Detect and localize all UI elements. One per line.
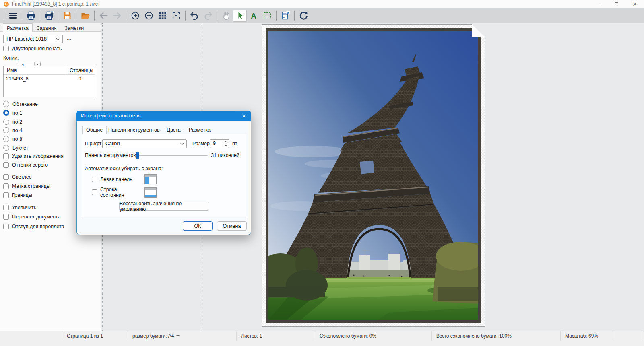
cursor-button[interactable] bbox=[233, 10, 247, 22]
toolbar-size-slider-thumb[interactable] bbox=[136, 152, 139, 159]
tab-Заметки[interactable]: Заметки bbox=[60, 23, 88, 32]
toolbar-separator bbox=[40, 11, 40, 21]
text-button[interactable]: A bbox=[247, 10, 260, 22]
left-panel-checkbox[interactable] bbox=[92, 177, 97, 182]
job-name: 219493_8 bbox=[4, 76, 66, 82]
close-button[interactable]: ✕ bbox=[625, 0, 644, 8]
option-Переплет документа[interactable]: Переплет документа bbox=[3, 214, 61, 220]
print-button[interactable] bbox=[24, 10, 38, 22]
status-empty bbox=[613, 331, 644, 341]
delete-job-button[interactable] bbox=[42, 10, 56, 22]
status-Масштаб: Масштаб: 69% bbox=[561, 331, 613, 341]
doc-delete-button[interactable] bbox=[279, 10, 292, 22]
forward-icon bbox=[112, 11, 122, 21]
radio-button[interactable] bbox=[3, 127, 9, 133]
open-icon bbox=[80, 11, 90, 21]
option-Светлее[interactable]: Светлее bbox=[3, 174, 32, 180]
grid-button[interactable] bbox=[156, 10, 169, 22]
forward-button[interactable] bbox=[110, 10, 124, 22]
chevron-down-icon bbox=[56, 37, 60, 41]
jobs-col-pages: Страницы bbox=[66, 68, 95, 73]
radio-button[interactable] bbox=[3, 136, 9, 142]
checkbox[interactable] bbox=[3, 192, 9, 198]
minimize-button[interactable] bbox=[588, 0, 607, 8]
layout-option-по 2[interactable]: по 2 bbox=[3, 119, 22, 125]
radio-button[interactable] bbox=[3, 145, 9, 151]
option-label: Светлее bbox=[12, 174, 32, 180]
checkbox[interactable] bbox=[3, 174, 9, 180]
jobs-table: Имя Страницы 219493_8 1 bbox=[3, 66, 95, 97]
title-bar: fp FinePrint [219493_8] 1 страница; 1 ли… bbox=[0, 0, 644, 8]
zoom-out-button[interactable] bbox=[142, 10, 156, 22]
checkbox[interactable] bbox=[3, 224, 9, 229]
toolbar-separator bbox=[22, 11, 22, 21]
dialog-title-bar[interactable]: Интерфейс пользователя ✕ bbox=[76, 111, 251, 121]
option-Оттенки серого[interactable]: Оттенки серого bbox=[3, 162, 48, 168]
font-select[interactable]: Calibri bbox=[102, 139, 187, 148]
status-размер бумаги[interactable]: размер бумаги: A4 bbox=[128, 331, 237, 341]
restore-button[interactable] bbox=[607, 0, 625, 8]
status-text: размер бумаги: A4 bbox=[132, 333, 174, 339]
tab-Задания[interactable]: Задания bbox=[33, 23, 60, 32]
save-icon bbox=[62, 11, 72, 21]
printer-more-button[interactable]: … bbox=[65, 34, 74, 43]
layout-option-по 4[interactable]: по 4 bbox=[3, 127, 22, 133]
radio-button[interactable] bbox=[3, 119, 9, 125]
toolbar-separator bbox=[276, 11, 277, 21]
checkbox[interactable] bbox=[3, 214, 9, 220]
duplex-checkbox-row[interactable]: Двусторонняя печать bbox=[3, 46, 62, 51]
dialog-tab-Цвета[interactable]: Цвета bbox=[163, 126, 185, 134]
size-up-button[interactable] bbox=[223, 140, 229, 144]
radio-button[interactable] bbox=[3, 110, 9, 116]
tab-Разметка[interactable]: Разметка bbox=[3, 23, 33, 32]
layout-option-по 8[interactable]: по 8 bbox=[3, 136, 22, 142]
undo-button[interactable] bbox=[188, 10, 201, 22]
cancel-button[interactable]: Отмена bbox=[217, 221, 247, 231]
option-Границы[interactable]: Границы bbox=[3, 192, 32, 198]
refresh-button[interactable] bbox=[297, 10, 310, 22]
radio-button[interactable] bbox=[3, 101, 9, 107]
zoom-in-button[interactable] bbox=[128, 10, 142, 22]
printer-select[interactable]: HP LaserJet 1018 bbox=[3, 35, 63, 43]
ok-button[interactable]: ОК bbox=[183, 221, 213, 231]
window-title: FinePrint [219493_8] 1 страница; 1 лист bbox=[12, 1, 100, 7]
auto-hide-left-panel-row[interactable]: Левая панель bbox=[92, 174, 157, 184]
job-row[interactable]: 219493_8 1 bbox=[4, 75, 95, 83]
redo-button[interactable] bbox=[201, 10, 215, 22]
duplex-checkbox[interactable] bbox=[3, 46, 9, 51]
layout-option-Обтекание[interactable]: Обтекание bbox=[3, 101, 38, 107]
dialog-close-button[interactable]: ✕ bbox=[240, 112, 248, 119]
left-panel-tabs: РазметкаЗаданияЗаметки bbox=[0, 23, 101, 32]
dialog-tab-Общие[interactable]: Общие bbox=[82, 126, 107, 134]
hand-button[interactable] bbox=[219, 10, 233, 22]
back-button[interactable] bbox=[97, 10, 110, 22]
status-Листов: Листов: 1 bbox=[237, 331, 315, 341]
checkbox[interactable] bbox=[3, 153, 9, 159]
refresh-icon bbox=[299, 11, 308, 21]
size-down-button[interactable] bbox=[223, 144, 229, 148]
hand-icon bbox=[221, 11, 231, 21]
font-size-stepper[interactable]: 9 bbox=[210, 139, 229, 148]
preview-page[interactable] bbox=[262, 24, 485, 327]
layout-option-по 1[interactable]: по 1 bbox=[3, 110, 22, 116]
checkbox[interactable] bbox=[3, 183, 9, 189]
checkbox[interactable] bbox=[3, 162, 9, 168]
open-button[interactable] bbox=[78, 10, 92, 22]
toolbar-separator bbox=[4, 11, 4, 21]
fit-icon bbox=[171, 11, 181, 21]
layout-option-Буклет[interactable]: Буклет bbox=[3, 145, 28, 151]
status-bar-checkbox[interactable] bbox=[92, 189, 97, 195]
auto-hide-status-bar-row[interactable]: Строка состояния bbox=[92, 187, 157, 198]
checkbox[interactable] bbox=[3, 205, 9, 210]
option-Метка страницы[interactable]: Метка страницы bbox=[3, 183, 50, 189]
restore-defaults-button[interactable]: Восстановить значения по умолчанию bbox=[119, 202, 209, 211]
dialog-tab-Разметка[interactable]: Разметка bbox=[185, 126, 215, 134]
option-Отступ для переплета[interactable]: Отступ для переплета bbox=[3, 224, 64, 229]
save-button[interactable] bbox=[60, 10, 74, 22]
marquee-button[interactable] bbox=[260, 10, 274, 22]
option-Удалить изображения[interactable]: Удалить изображения bbox=[3, 153, 64, 159]
dialog-tab-Панели инструментов[interactable]: Панели инструментов bbox=[104, 126, 164, 134]
fit-button[interactable] bbox=[169, 10, 183, 22]
option-Увеличить[interactable]: Увеличить bbox=[3, 205, 36, 210]
menu-button[interactable] bbox=[6, 10, 20, 22]
